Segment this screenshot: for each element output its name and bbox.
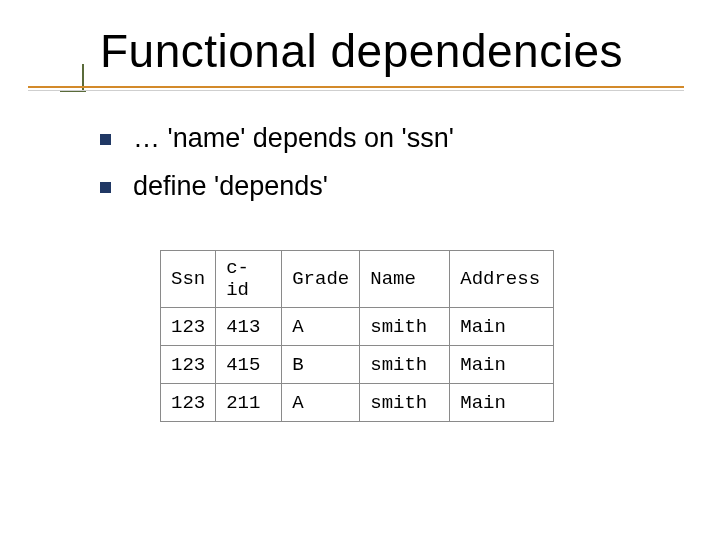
cell-grade: B [282,346,360,384]
slide-title: Functional dependencies [100,24,623,78]
list-item: define 'depends' [100,166,454,208]
square-bullet-icon [100,182,111,193]
cell-cid: 415 [216,346,282,384]
table-row: 123 211 A smith Main [161,384,554,422]
cell-address: Main [450,346,554,384]
table-row: 123 413 A smith Main [161,308,554,346]
table-header-row: Ssn c-id Grade Name Address [161,251,554,308]
bullet-list: … 'name' depends on 'ssn' define 'depend… [100,118,454,214]
data-table: Ssn c-id Grade Name Address 123 413 A sm… [160,250,554,422]
cell-name: smith [360,346,450,384]
table-row: 123 415 B smith Main [161,346,554,384]
slide: Functional dependencies … 'name' depends… [0,0,720,540]
cell-address: Main [450,308,554,346]
column-header-ssn: Ssn [161,251,216,308]
underline-orange [28,86,684,88]
underline-gray [28,90,684,91]
cell-ssn: 123 [161,346,216,384]
title-underline [28,86,688,96]
column-header-cid: c-id [216,251,282,308]
column-header-address: Address [450,251,554,308]
cell-cid: 413 [216,308,282,346]
bullet-text: define 'depends' [133,166,328,208]
cell-cid: 211 [216,384,282,422]
list-item: … 'name' depends on 'ssn' [100,118,454,160]
cell-ssn: 123 [161,384,216,422]
bullet-text: … 'name' depends on 'ssn' [133,118,454,160]
cell-name: smith [360,384,450,422]
cell-name: smith [360,308,450,346]
cell-ssn: 123 [161,308,216,346]
cell-grade: A [282,384,360,422]
cell-address: Main [450,384,554,422]
column-header-grade: Grade [282,251,360,308]
square-bullet-icon [100,134,111,145]
cell-grade: A [282,308,360,346]
data-table-container: Ssn c-id Grade Name Address 123 413 A sm… [160,250,554,422]
column-header-name: Name [360,251,450,308]
